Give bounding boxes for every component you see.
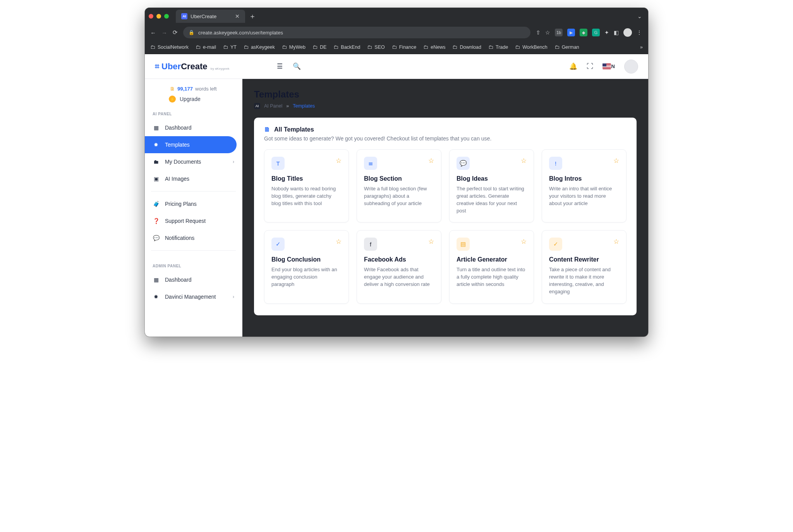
template-card[interactable]: !☆Blog IntrosWrite an intro that will en… — [542, 149, 627, 222]
bookmark-item[interactable]: 🗀Trade — [488, 44, 508, 50]
template-description: Write Facebook ads that engage your audi… — [364, 266, 434, 288]
template-type-icon: f — [364, 238, 377, 251]
bookmark-item[interactable]: 🗀SocialNetwork — [150, 44, 189, 50]
chevron-right-icon: › — [233, 294, 234, 299]
upgrade-link[interactable]: ⚡ Upgrade — [145, 92, 242, 103]
share-button[interactable]: ⇧ — [536, 29, 541, 36]
sidebar-item-pricing[interactable]: 🧳 Pricing Plans — [145, 195, 242, 212]
ai-chip-icon: AI — [254, 103, 260, 109]
extension-3[interactable]: ◆ — [580, 29, 587, 36]
template-card[interactable]: f☆Facebook AdsWrite Facebook ads that en… — [357, 230, 441, 303]
folder-icon: 🗀 — [333, 44, 338, 50]
template-card[interactable]: ≣☆Blog SectionWrite a full blog section … — [357, 149, 441, 222]
template-card[interactable]: ✓☆Content RewriterTake a piece of conten… — [542, 230, 627, 303]
favorite-star-button[interactable]: ☆ — [613, 157, 619, 165]
reload-button[interactable]: ⟳ — [173, 29, 178, 36]
support-icon: ❓ — [153, 218, 160, 224]
template-description: The perfect tool to start writing great … — [457, 185, 527, 214]
sidebar-item-support[interactable]: ❓ Support Request — [145, 212, 242, 229]
template-title: Blog Intros — [549, 175, 619, 182]
side-panel-button[interactable]: ◧ — [614, 29, 619, 36]
extension-4[interactable]: G — [592, 29, 600, 36]
sidebar-item-ai-images[interactable]: ▣ AI Images — [145, 170, 242, 187]
bookmark-item[interactable]: 🗀eNews — [423, 44, 445, 50]
brand-logo[interactable]: ⌗ UberCreate by aKeygeek — [155, 62, 230, 72]
bookmark-item[interactable]: 🗀WorkBench — [515, 44, 547, 50]
tab-strip: AI UberCreate ✕ ＋ ⌄ — [145, 8, 648, 25]
folder-icon: 🖿 — [153, 159, 160, 165]
sidebar-item-documents[interactable]: 🖿 My Documents › — [145, 153, 242, 170]
document-icon: 🗎 — [170, 86, 175, 92]
user-avatar[interactable] — [624, 60, 638, 74]
sidebar-item-notifications[interactable]: 💬 Notifications — [145, 229, 242, 246]
crumb-current: Templates — [293, 103, 315, 109]
sidebar-item-davinci[interactable]: ✸ Davinci Management › — [145, 288, 242, 305]
bookmark-item[interactable]: 🗀Finance — [392, 44, 416, 50]
template-description: Take a piece of content and rewrite it t… — [549, 266, 619, 295]
favorite-star-button[interactable]: ☆ — [336, 238, 342, 246]
extension-2[interactable]: ▶ — [567, 29, 575, 36]
favorite-star-button[interactable]: ☆ — [428, 238, 434, 246]
favorite-star-button[interactable]: ☆ — [428, 157, 434, 165]
language-switcher[interactable]: EN — [602, 63, 615, 69]
template-card[interactable]: T☆Blog TitlesNobody wants to read boring… — [264, 149, 349, 222]
bookmark-item[interactable]: 🗀MyWeb — [282, 44, 306, 50]
bookmark-item[interactable]: 🗀asKeygeek — [244, 44, 275, 50]
bookmark-item[interactable]: 🗀German — [554, 44, 579, 50]
back-button[interactable]: ← — [150, 29, 156, 36]
maximize-window-button[interactable] — [164, 14, 169, 19]
bookmark-item[interactable]: 🗀DE — [312, 44, 326, 50]
bookmark-item[interactable]: 🗀BackEnd — [333, 44, 360, 50]
bookmark-item[interactable]: 🗀e-mail — [196, 44, 216, 50]
notifications-button[interactable]: 🔔 — [569, 62, 577, 70]
breadcrumb: AI AI Panel » Templates — [254, 103, 637, 109]
menu-toggle-button[interactable]: ☰ — [277, 62, 283, 70]
folder-icon: 🗀 — [452, 44, 457, 50]
favorite-star-button[interactable]: ☆ — [521, 157, 527, 165]
pricing-icon: 🧳 — [153, 201, 160, 207]
sidebar-item-templates[interactable]: ✸ Templates — [145, 136, 237, 153]
template-card[interactable]: ✓☆Blog ConclusionEnd your blog articles … — [264, 230, 349, 303]
folder-icon: 🗀 — [367, 44, 372, 50]
search-button[interactable]: 🔍 — [293, 62, 301, 70]
chrome-menu-button[interactable]: ⋮ — [637, 29, 643, 36]
tab-overflow-button[interactable]: ⌄ — [637, 13, 642, 19]
template-title: Article Generator — [457, 256, 527, 263]
sidebar-item-dashboard[interactable]: ▦ Dashboard — [145, 119, 242, 136]
profile-button[interactable] — [623, 28, 632, 37]
bookmark-item[interactable]: 🗀YT — [223, 44, 237, 50]
templates-panel: 🗎 All Templates Got some ideas to genera… — [254, 118, 637, 315]
favorite-star-button[interactable]: ☆ — [613, 238, 619, 246]
close-tab-button[interactable]: ✕ — [235, 13, 240, 19]
minimize-window-button[interactable] — [156, 14, 161, 19]
tab-favicon: AI — [181, 13, 187, 19]
template-card[interactable]: 💬☆Blog IdeasThe perfect tool to start wr… — [449, 149, 534, 222]
favorite-star-button[interactable]: ☆ — [521, 238, 527, 246]
new-tab-button[interactable]: ＋ — [249, 12, 256, 21]
extension-1[interactable]: 1b — [555, 29, 563, 36]
bookmark-item[interactable]: 🗀SEO — [367, 44, 384, 50]
logo-mark-icon: ⌗ — [155, 62, 159, 71]
omnibox[interactable]: 🔒 create.askeygeek.com/user/templates — [183, 27, 530, 38]
crumb-root[interactable]: AI Panel — [264, 103, 282, 109]
fullscreen-button[interactable]: ⛶ — [587, 63, 593, 70]
close-window-button[interactable] — [149, 14, 153, 19]
bookmark-star-button[interactable]: ☆ — [545, 29, 550, 36]
bookmarks-overflow[interactable]: » — [640, 44, 643, 50]
template-description: Nobody wants to read boring blog titles,… — [271, 185, 342, 207]
template-card[interactable]: ▤☆Article GeneratorTurn a title and outl… — [449, 230, 534, 303]
template-type-icon: ▤ — [457, 238, 470, 251]
bookmark-item[interactable]: 🗀Download — [452, 44, 481, 50]
favorite-star-button[interactable]: ☆ — [336, 157, 342, 165]
extensions-button[interactable]: ✦ — [604, 29, 609, 36]
template-description: Turn a title and outline text into a ful… — [457, 266, 527, 288]
flag-us-icon — [602, 63, 611, 69]
browser-tab-active[interactable]: AI UberCreate ✕ — [176, 10, 245, 23]
template-title: Blog Section — [364, 175, 434, 182]
bolt-icon: ⚡ — [169, 96, 176, 103]
template-type-icon: 💬 — [457, 157, 470, 170]
section-label-ai: AI PANEL — [145, 103, 242, 119]
sidebar-item-admin-dashboard[interactable]: ▦ Dashboard — [145, 271, 242, 288]
folder-icon: 🗀 — [244, 44, 249, 50]
forward-button[interactable]: → — [161, 29, 167, 36]
